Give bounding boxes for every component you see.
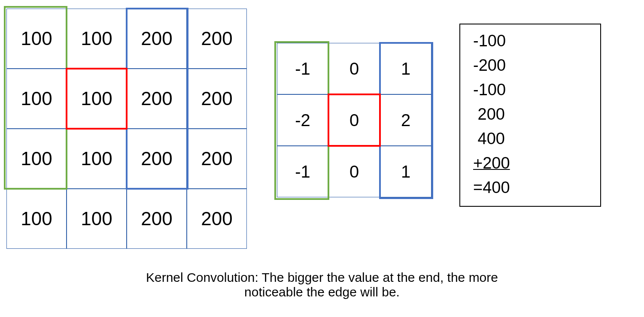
image-cell: 200 — [187, 129, 247, 189]
kernel-cell: 0 — [328, 146, 380, 197]
image-cell: 100 — [67, 69, 127, 129]
calc-line: -100 — [473, 78, 587, 102]
calc-line: -200 — [473, 53, 587, 78]
caption: Kernel Convolution: The bigger the value… — [0, 270, 644, 299]
image-cell: 100 — [67, 189, 127, 249]
kernel-cell: 0 — [328, 94, 380, 146]
kernel-cell: 2 — [380, 94, 431, 146]
image-cell: 200 — [127, 9, 187, 69]
image-cell: 100 — [6, 9, 67, 69]
image-cell: 200 — [187, 69, 247, 129]
calc-line: 200 — [473, 102, 587, 127]
calc-last-add: +200 — [473, 151, 587, 175]
kernel-cell: -1 — [277, 43, 328, 94]
kernel-grid: -1 0 1 -2 0 2 -1 0 1 — [277, 43, 431, 197]
image-cell: 100 — [6, 129, 67, 189]
calc-result: =400 — [473, 175, 587, 200]
kernel-cell: 1 — [380, 146, 431, 197]
calculation-box: -100 -200 -100 200 400 +200 =400 — [459, 24, 601, 207]
image-cell: 200 — [187, 9, 247, 69]
image-cell: 200 — [127, 189, 187, 249]
caption-line-1: Kernel Convolution: The bigger the value… — [146, 270, 498, 284]
image-cell: 200 — [127, 69, 187, 129]
image-cell: 100 — [67, 9, 127, 69]
kernel-cell: -2 — [277, 94, 328, 146]
caption-line-2: noticeable the edge will be. — [244, 285, 400, 299]
kernel-cell: 1 — [380, 43, 431, 94]
calc-line: 400 — [473, 127, 587, 151]
image-cell: 200 — [127, 129, 187, 189]
kernel-cell: 0 — [328, 43, 380, 94]
calc-line: -100 — [473, 29, 587, 53]
image-cell: 200 — [187, 189, 247, 249]
image-cell: 100 — [6, 69, 67, 129]
diagram-stage: 100 100 200 200 100 100 200 200 100 100 … — [0, 0, 644, 317]
image-grid: 100 100 200 200 100 100 200 200 100 100 … — [6, 9, 247, 249]
image-cell: 100 — [6, 189, 67, 249]
kernel-cell: -1 — [277, 146, 328, 197]
image-cell: 100 — [67, 129, 127, 189]
